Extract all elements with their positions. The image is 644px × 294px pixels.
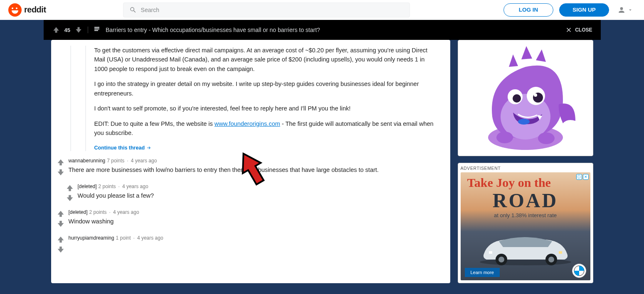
comment-body: To get the customers via effective direc…: [94, 46, 435, 138]
signup-button[interactable]: SIGN UP: [559, 3, 609, 17]
comment-author[interactable]: [deleted]: [78, 184, 97, 189]
search-icon: [129, 6, 137, 14]
comment-body: There are more businesses with low/no ba…: [69, 165, 435, 174]
comment-points: 1 point: [116, 235, 131, 241]
mascot-image: [460, 42, 591, 154]
comment-points: 2 points: [89, 209, 107, 215]
adchoices-icon[interactable]: ⓘ: [576, 174, 582, 180]
comment-age: 4 years ago: [122, 184, 148, 189]
comment-meta: [deleted] 2 points 4 years ago: [78, 184, 435, 189]
post-overlay: 45 Barriers to entry - Which occupations…: [44, 20, 601, 294]
comment-author[interactable]: wannaberunning: [69, 158, 106, 164]
ad-headline-main: ROAD: [461, 189, 590, 212]
search-bar[interactable]: [123, 2, 410, 17]
ad-creative[interactable]: ⓘ ✕ Take Joy on the ROAD at only 1.38% i…: [461, 172, 590, 280]
comment-age: 4 years ago: [131, 158, 157, 164]
comment-vote-group: [65, 184, 74, 203]
comment-body: Window washing: [69, 217, 435, 226]
comment-author[interactable]: [deleted]: [69, 209, 88, 215]
search-input[interactable]: [141, 7, 404, 13]
ad-subhead: at only 1.38% interest rate: [461, 212, 590, 218]
brand-name: reddit: [24, 5, 46, 15]
main-column: To get the customers via effective direc…: [51, 40, 450, 283]
separator: [88, 27, 88, 33]
svg-point-12: [498, 257, 504, 262]
downvote-icon[interactable]: [56, 219, 65, 228]
ad-label: ADVERTISEMENT: [461, 166, 590, 171]
ad-brand-logo: [572, 264, 586, 278]
site-header: reddit LOG IN SIGN UP: [0, 0, 644, 20]
svg-point-8: [496, 132, 513, 143]
comment-meta: wannaberunning 7 points 4 years ago: [69, 158, 435, 164]
downvote-icon[interactable]: [65, 194, 74, 203]
comment-meta: [deleted] 2 points 4 years ago: [69, 209, 435, 215]
post-type-icon: [93, 25, 101, 34]
post-title: Barriers to entry - Which occupations/bu…: [106, 27, 320, 33]
comment: [deleted] 2 points 4 years ago Would you…: [65, 184, 435, 203]
reddit-logo-icon: [8, 3, 22, 17]
external-link[interactable]: www.founderorigins.com: [215, 120, 280, 127]
person-icon: [617, 6, 626, 14]
page-backdrop: 45 Barriers to entry - Which occupations…: [0, 20, 644, 294]
close-button[interactable]: CLOSE: [565, 26, 592, 34]
advertisement-card[interactable]: ADVERTISEMENT ⓘ ✕ Take Joy on the ROAD a…: [458, 163, 593, 283]
svg-point-9: [538, 132, 555, 144]
svg-rect-15: [489, 251, 492, 254]
user-dropdown[interactable]: [615, 5, 636, 15]
upvote-icon[interactable]: [56, 235, 65, 244]
comment-author[interactable]: hurryupiamdreaming: [69, 235, 114, 241]
comment-meta: hurryupiamdreaming 1 point 4 years ago: [69, 235, 435, 241]
svg-point-6: [513, 94, 521, 103]
header-actions: LOG IN SIGN UP: [503, 3, 636, 17]
post-score: 45: [64, 27, 70, 33]
comment: [deleted] 2 points 4 years ago Window wa…: [56, 209, 435, 228]
comment-vote-group: [56, 158, 65, 177]
chevron-down-icon: [627, 7, 633, 13]
ad-headline-script: Take Joy on the: [467, 176, 551, 190]
downvote-icon[interactable]: [74, 26, 83, 34]
comment-vote-group: [56, 209, 65, 228]
overlay-header: 45 Barriers to entry - Which occupations…: [44, 20, 601, 40]
svg-point-7: [518, 119, 530, 125]
arrow-right-icon: [146, 145, 151, 150]
upvote-icon[interactable]: [56, 158, 65, 167]
login-button[interactable]: LOG IN: [503, 3, 553, 17]
upvote-icon[interactable]: [65, 184, 74, 193]
mascot-card: [458, 40, 593, 156]
ad-close-icon[interactable]: ✕: [583, 174, 589, 180]
upvote-icon[interactable]: [56, 209, 65, 218]
comment-points: 7 points: [107, 158, 124, 164]
comment-body: Would you please list a few?: [78, 191, 435, 200]
svg-point-14: [548, 257, 554, 262]
svg-point-10: [480, 259, 571, 265]
comment-points: 2 points: [99, 184, 116, 189]
continue-thread-link[interactable]: Continue this thread: [94, 145, 152, 151]
downvote-icon[interactable]: [56, 245, 65, 254]
svg-rect-16: [559, 251, 562, 254]
ad-cta-button[interactable]: Learn more: [465, 268, 500, 277]
comment-age: 4 years ago: [113, 209, 139, 215]
ad-car-image: [461, 229, 590, 266]
upvote-icon[interactable]: [52, 26, 60, 34]
close-icon: [565, 26, 572, 34]
comment: hurryupiamdreaming 1 point 4 years ago: [56, 235, 435, 254]
comment-vote-group: [56, 235, 65, 254]
comment-age: 4 years ago: [137, 235, 163, 241]
sidebar: ADVERTISEMENT ⓘ ✕ Take Joy on the ROAD a…: [458, 40, 593, 283]
search-wrap: [123, 2, 410, 17]
overlay-body: To get the customers via effective direc…: [44, 40, 601, 283]
comment: wannaberunning 7 points 4 years ago Ther…: [56, 158, 435, 177]
svg-point-4: [534, 93, 537, 97]
logo[interactable]: reddit: [8, 3, 46, 17]
downvote-icon[interactable]: [56, 168, 65, 177]
overlay-vote-group: 45: [52, 26, 83, 34]
